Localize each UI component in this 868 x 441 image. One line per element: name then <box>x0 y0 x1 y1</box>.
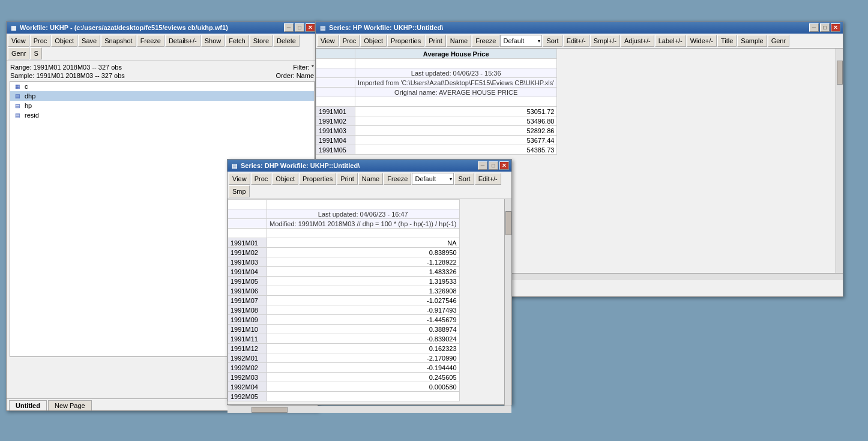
dhp-data-row-8: 1991M09 -1.445679 <box>228 315 460 325</box>
wf-filter-text: Filter: * <box>293 64 314 71</box>
dhp-data-row-9: 1991M10 0.388974 <box>228 325 460 334</box>
workfile-title-bar[interactable]: ▦ Workfile: UKHP - (c:/users/azat/deskto… <box>7 22 318 34</box>
wf-show-btn[interactable]: Show <box>201 35 225 47</box>
dhp-dropdown-arrow: ▾ <box>450 176 452 182</box>
hp-val-0: 53051.72 <box>355 107 557 116</box>
dhp-properties-btn[interactable]: Properties <box>299 173 336 185</box>
workfile-close-btn[interactable]: ✕ <box>306 23 315 32</box>
dhp-date-4: 1991M05 <box>228 277 267 286</box>
dhp-date-5: 1991M06 <box>228 286 267 296</box>
hp-smpl-btn[interactable]: Smpl+/- <box>590 35 620 47</box>
wf-var-resid[interactable]: ▤ resid <box>10 110 314 120</box>
wf-delete-btn[interactable]: Delete <box>273 35 300 47</box>
dhp-data-row-2: 1991M03 -1.128922 <box>228 257 460 267</box>
hp-print-btn[interactable]: Print <box>425 35 446 47</box>
dhp-minimize-btn[interactable]: ─ <box>478 161 487 170</box>
hp-date-1: 1991M02 <box>316 116 355 126</box>
hp-view-btn[interactable]: View <box>317 35 339 47</box>
hp-freeze-btn[interactable]: Freeze <box>472 35 499 47</box>
wf-genr-btn[interactable]: Genr <box>8 47 29 59</box>
hp-info-imported: Imported from 'C:\Users\Azat\Desktop\FE5… <box>355 78 557 88</box>
wf-proc-btn[interactable]: Proc <box>30 35 51 47</box>
dhp-scrollbar-v[interactable] <box>504 199 511 406</box>
dhp-date-3: 1991M04 <box>228 267 267 277</box>
hp-properties-btn[interactable]: Properties <box>387 35 424 47</box>
dhp-date-7: 1991M08 <box>228 305 267 315</box>
dhp-close-btn[interactable]: ✕ <box>499 161 509 170</box>
wf-fetch-btn[interactable]: Fetch <box>225 35 249 47</box>
dhp-date-1: 1991M02 <box>228 248 267 257</box>
dhp-sort-btn[interactable]: Sort <box>454 173 474 185</box>
dhp-data-row-15: 1992M04 0.000580 <box>228 382 460 392</box>
hp-date-4: 1991M05 <box>316 145 355 155</box>
wf-var-c[interactable]: ▦ c <box>10 82 314 91</box>
hp-title-bar[interactable]: ▤ Series: HP Workfile: UKHP::Untitled\ ─… <box>316 22 843 34</box>
hp-val-2: 52892.86 <box>355 126 557 136</box>
wf-range-text: Range: 1991M01 2018M03 -- 327 obs <box>10 64 122 71</box>
hp-sort-btn[interactable]: Sort <box>543 35 562 47</box>
hp-object-btn[interactable]: Object <box>360 35 387 47</box>
dhp-title-bar[interactable]: ▤ Series: DHP Workfile: UKHP::Untitled\ … <box>228 160 511 172</box>
dhp-default-dropdown[interactable]: Default ▾ <box>412 173 454 185</box>
workfile-restore-btn[interactable]: □ <box>295 23 304 32</box>
hp-dropdown-arrow: ▾ <box>538 38 540 44</box>
hp-sample-btn[interactable]: Sample <box>737 35 767 47</box>
dhp-print-btn[interactable]: Print <box>337 173 358 185</box>
wf-tab-untitled[interactable]: Untitled <box>9 400 47 410</box>
wf-snapshot-btn[interactable]: Snapshot <box>101 35 136 47</box>
workfile-title-controls: ─ □ ✕ <box>284 23 315 32</box>
hp-val-3: 53677.44 <box>355 136 557 145</box>
hp-default-dropdown[interactable]: Default ▾ <box>500 35 542 47</box>
dhp-proc-btn[interactable]: Proc <box>251 173 272 185</box>
dhp-restore-btn[interactable]: □ <box>489 161 498 170</box>
dhp-date-13: 1992M02 <box>228 363 267 373</box>
dhp-freeze-btn[interactable]: Freeze <box>384 173 411 185</box>
hp-header-empty <box>316 49 355 59</box>
hp-data-row-2: 1991M03 52892.86 <box>316 126 557 136</box>
wf-range-bar: Range: 1991M01 2018M03 -- 327 obs Filter… <box>8 63 316 71</box>
hp-wide-btn[interactable]: Wide+/- <box>687 35 717 47</box>
dhp-edit-btn[interactable]: Edit+/- <box>475 173 501 185</box>
wf-store-btn[interactable]: Store <box>250 35 273 47</box>
dhp-scroll-thumb-h[interactable] <box>252 407 288 413</box>
hp-date-0: 1991M01 <box>316 107 355 116</box>
dhp-object-btn[interactable]: Object <box>272 173 298 185</box>
wf-object-btn[interactable]: Object <box>51 35 77 47</box>
wf-sample-bar: Sample: 1991M01 2018M03 -- 327 obs Order… <box>8 71 316 80</box>
wf-freeze-btn[interactable]: Freeze <box>137 35 164 47</box>
hp-title-btn[interactable]: Title <box>717 35 737 47</box>
hp-restore-btn[interactable]: □ <box>820 23 830 32</box>
wf-view-btn[interactable]: View <box>8 35 29 47</box>
hp-genr-btn[interactable]: Genr <box>768 35 789 47</box>
var-hp-label: hp <box>25 102 32 109</box>
dhp-empty-row1 <box>228 229 460 238</box>
hp-header-title: Average House Price <box>355 49 557 59</box>
hp-proc-btn[interactable]: Proc <box>339 35 360 47</box>
dhp-view-btn[interactable]: View <box>229 173 250 185</box>
wf-details-btn[interactable]: Details+/- <box>165 35 200 47</box>
hp-edit-btn[interactable]: Edit+/- <box>563 35 589 47</box>
dhp-name-btn[interactable]: Name <box>358 173 383 185</box>
wf-var-dhp[interactable]: ▤ dhp <box>10 91 314 101</box>
hp-name-btn[interactable]: Name <box>447 35 471 47</box>
hp-close-btn[interactable]: ✕ <box>831 23 840 32</box>
hp-minimize-btn[interactable]: ─ <box>809 23 819 32</box>
hp-scrollbar-v[interactable] <box>836 49 843 280</box>
hp-scroll-thumb-v[interactable] <box>837 61 843 85</box>
dhp-scroll-thumb-v[interactable] <box>505 211 511 235</box>
hp-label-btn[interactable]: Label+/- <box>655 35 686 47</box>
dhp-smp-btn[interactable]: Smp <box>229 185 250 197</box>
dhp-val-2: -1.128922 <box>267 257 460 267</box>
wf-tab-new-page[interactable]: New Page <box>48 400 92 410</box>
hp-adjust-btn[interactable]: Adjust+/- <box>621 35 654 47</box>
wf-var-hp[interactable]: ▤ hp <box>10 101 314 110</box>
dhp-info-row1: Last updated: 04/06/23 - 16:47 <box>228 209 460 219</box>
dhp-date-0: 1991M01 <box>228 238 267 248</box>
hp-val-1: 53496.80 <box>355 116 557 126</box>
dhp-scrollbar-h[interactable] <box>228 406 511 413</box>
wf-save-btn[interactable]: Save <box>78 35 100 47</box>
dhp-val-6: -1.027546 <box>267 296 460 305</box>
wf-s-btn[interactable]: S <box>30 47 41 59</box>
workfile-minimize-btn[interactable]: ─ <box>284 23 294 32</box>
wf-sample-text: Sample: 1991M01 2018M03 -- 327 obs <box>10 72 125 79</box>
